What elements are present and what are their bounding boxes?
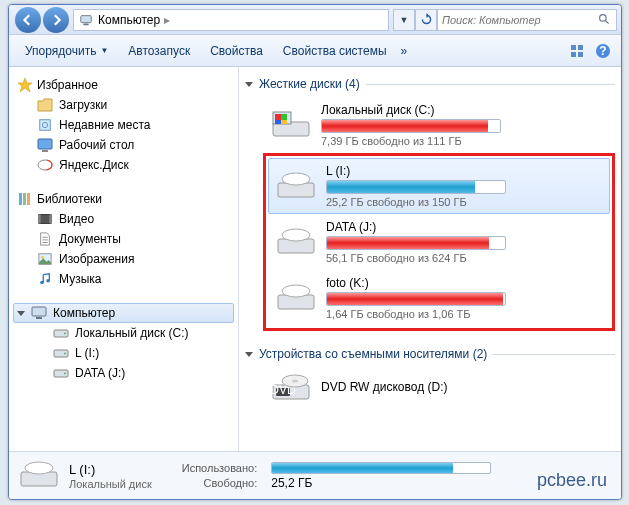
explorer-window: Компьютер ▸ ▼ Упорядочить▼ Автозапуск Св… <box>8 4 622 500</box>
properties-button[interactable]: Свойства <box>200 40 273 62</box>
drive-name: foto (K:) <box>326 276 602 290</box>
drive-capacity-bar <box>326 180 506 194</box>
sidebar-item-yandexdisk[interactable]: Яндекс.Диск <box>13 155 234 175</box>
svg-point-26 <box>46 279 50 283</box>
back-button[interactable] <box>15 7 41 33</box>
computer-icon <box>78 12 94 28</box>
svg-rect-17 <box>19 193 22 205</box>
sidebar-item-label: Видео <box>59 212 94 226</box>
svg-point-30 <box>64 333 66 335</box>
desktop-icon <box>37 137 53 153</box>
drive-icon <box>276 283 316 313</box>
drive-capacity-bar <box>326 292 506 306</box>
svg-point-4 <box>599 15 606 22</box>
documents-icon <box>37 231 53 247</box>
svg-point-25 <box>40 281 44 285</box>
drive-capacity-bar <box>326 236 506 250</box>
svg-rect-6 <box>578 45 583 50</box>
status-used-label: Использовано: <box>182 462 258 474</box>
address-dropdown-button[interactable]: ▼ <box>393 9 415 31</box>
svg-rect-2 <box>81 15 92 22</box>
view-options-button[interactable] <box>565 39 589 63</box>
section-divider <box>493 354 615 355</box>
sidebar-item-label: DATA (J:) <box>75 366 125 380</box>
autoplay-button[interactable]: Автозапуск <box>118 40 200 62</box>
svg-point-34 <box>64 373 66 375</box>
forward-button[interactable] <box>43 7 69 33</box>
sidebar-item-drive-j[interactable]: DATA (J:) <box>13 363 234 383</box>
hdd-header-label: Жесткие диски (4) <box>259 77 360 91</box>
computer-icon <box>31 305 47 321</box>
sidebar-item-music[interactable]: Музыка <box>13 269 234 289</box>
computer-group[interactable]: Компьютер <box>13 303 234 323</box>
computer-label: Компьютер <box>53 306 115 320</box>
sidebar-item-recent[interactable]: Недавние места <box>13 115 234 135</box>
drive-icon <box>53 365 69 381</box>
breadcrumb-computer[interactable]: Компьютер <box>94 13 164 27</box>
expand-triangle-icon <box>17 311 25 316</box>
drive-c[interactable]: Локальный диск (C:) 7,39 ГБ свободно из … <box>263 97 615 153</box>
status-type: Локальный диск <box>69 478 152 490</box>
sidebar-item-desktop[interactable]: Рабочий стол <box>13 135 234 155</box>
svg-rect-3 <box>83 23 88 25</box>
svg-rect-13 <box>38 139 52 149</box>
sidebar-item-pictures[interactable]: Изображения <box>13 249 234 269</box>
star-icon <box>17 77 33 93</box>
svg-text:?: ? <box>599 44 606 58</box>
drive-capacity-bar <box>321 119 501 133</box>
drive-k[interactable]: foto (K:) 1,64 ГБ свободно из 1,06 ТБ <box>268 270 610 326</box>
svg-rect-7 <box>571 52 576 57</box>
drive-name: DVD RW дисковод (D:) <box>321 380 607 394</box>
svg-point-44 <box>282 229 310 241</box>
svg-point-51 <box>292 380 298 383</box>
svg-rect-39 <box>275 120 281 124</box>
system-properties-button[interactable]: Свойства системы <box>273 40 397 62</box>
drive-icon <box>53 325 69 341</box>
drive-free-text: 56,1 ГБ свободно из 624 ГБ <box>326 252 602 264</box>
drive-j[interactable]: DATA (J:) 56,1 ГБ свободно из 624 ГБ <box>268 214 610 270</box>
address-bar[interactable]: Компьютер ▸ <box>73 9 389 31</box>
hdd-section-header[interactable]: Жесткие диски (4) <box>245 75 615 93</box>
watermark: pcbee.ru <box>537 470 607 491</box>
svg-rect-22 <box>49 215 51 224</box>
sidebar-item-drive-i[interactable]: L (I:) <box>13 343 234 363</box>
folder-icon <box>37 97 53 113</box>
libraries-icon <box>17 191 33 207</box>
sidebar-item-drive-c[interactable]: Локальный диск (C:) <box>13 323 234 343</box>
drive-name: Локальный диск (C:) <box>321 103 607 117</box>
drive-dvd[interactable]: DVD DVD RW дисковод (D:) <box>263 367 615 409</box>
sidebar-item-label: Музыка <box>59 272 101 286</box>
drive-name: DATA (J:) <box>326 220 602 234</box>
toolbar-overflow-chevron[interactable]: » <box>397 44 412 58</box>
explorer-body: Избранное Загрузки Недавние места Рабочи… <box>9 67 621 451</box>
removable-section-header[interactable]: Устройства со съемными носителями (2) <box>245 345 615 363</box>
help-button[interactable]: ? <box>591 39 615 63</box>
search-box[interactable] <box>437 9 617 31</box>
organize-menu[interactable]: Упорядочить▼ <box>15 40 118 62</box>
svg-rect-28 <box>36 317 42 319</box>
breadcrumb-separator: ▸ <box>164 13 170 27</box>
yandex-disk-icon <box>37 157 53 173</box>
sidebar-item-downloads[interactable]: Загрузки <box>13 95 234 115</box>
refresh-button[interactable] <box>415 9 437 31</box>
search-input[interactable] <box>442 14 596 26</box>
svg-rect-20 <box>39 215 51 224</box>
favorites-group[interactable]: Избранное <box>13 75 234 95</box>
drive-i[interactable]: L (I:) 25,2 ГБ свободно из 150 ГБ <box>268 158 610 214</box>
libraries-label: Библиотеки <box>37 192 102 206</box>
libraries-group[interactable]: Библиотеки <box>13 189 234 209</box>
details-pane: L (I:) Локальный диск Использовано: Своб… <box>9 451 621 499</box>
sidebar-item-label: Яндекс.Диск <box>59 158 129 172</box>
svg-rect-38 <box>281 114 287 120</box>
svg-rect-19 <box>27 193 30 205</box>
sidebar-item-label: Изображения <box>59 252 134 266</box>
sidebar-item-video[interactable]: Видео <box>13 209 234 229</box>
drive-icon <box>19 460 59 492</box>
sidebar-item-documents[interactable]: Документы <box>13 229 234 249</box>
sidebar-item-label: Документы <box>59 232 121 246</box>
drive-icon <box>276 171 316 201</box>
status-capacity-bar <box>271 462 491 474</box>
toolbar: Упорядочить▼ Автозапуск Свойства Свойств… <box>9 35 621 67</box>
svg-rect-40 <box>281 120 287 124</box>
svg-rect-21 <box>39 215 41 224</box>
